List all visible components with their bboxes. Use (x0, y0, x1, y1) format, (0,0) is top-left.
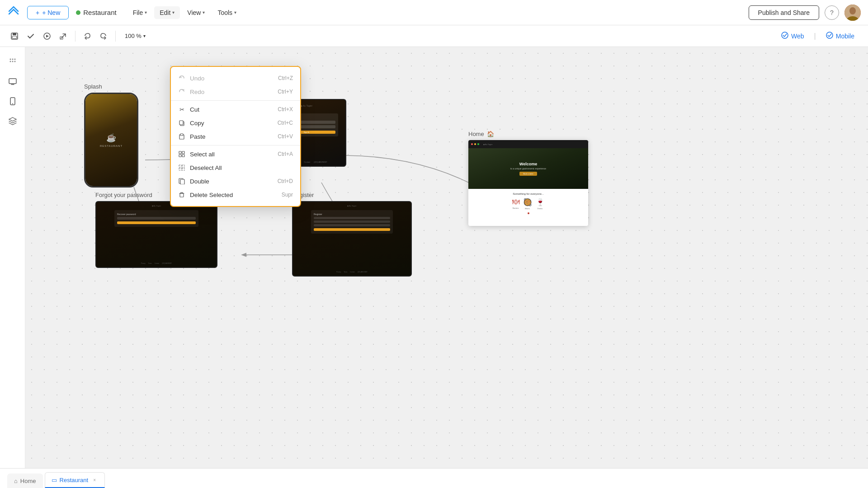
register-site-name: ◆ Au Tagier (293, 205, 411, 207)
forgot-phone: (221) ABUNDEF (162, 263, 172, 264)
publish-button-label: Publish and Share (758, 9, 810, 16)
file-menu[interactable]: File ▾ (127, 6, 153, 19)
user-avatar[interactable] (844, 5, 861, 21)
menu-item-delete-selected[interactable]: Delete Selected Supr (171, 188, 300, 202)
file-menu-arrow: ▾ (145, 10, 147, 15)
redo-label: Redo (190, 89, 204, 95)
menu-item-redo[interactable]: Redo Ctrl+Y (171, 85, 300, 99)
mains-icon: 🥘 (523, 198, 532, 206)
view-menu[interactable]: View ▾ (182, 6, 210, 19)
menu-item-paste[interactable]: Paste Ctrl+V (171, 130, 300, 143)
project-name: Restaurant (76, 9, 116, 16)
undo-icon (178, 75, 185, 82)
web-device-button[interactable]: Web (775, 29, 811, 42)
svg-rect-30 (182, 168, 184, 170)
close-dot (471, 143, 473, 145)
double-icon (178, 178, 185, 185)
svg-point-15 (14, 61, 15, 62)
menu-item-deselect-all[interactable]: Deselect All (171, 161, 300, 174)
undo-button[interactable] (80, 29, 94, 43)
hero-cta[interactable]: Book a table (519, 172, 537, 176)
sidebar-phone-icon[interactable] (4, 92, 22, 110)
register-contact: Contact (350, 271, 354, 273)
zoom-control[interactable]: 100 % ▾ (120, 31, 150, 41)
home-label: Home 🏠 (468, 131, 494, 137)
menu-section-clipboard: ✂ Cut Ctrl+X Copy Ctrl+C (171, 100, 300, 145)
logo-icon[interactable] (7, 5, 20, 20)
edit-menu-label: Edit (160, 9, 170, 16)
undo-label: Undo (190, 75, 204, 82)
hero-subtitle: to a unique gastronomic experience (510, 167, 546, 170)
forgot-submit (117, 221, 196, 224)
home-body: Something for everyone... 🍽 Starters 🥘 M… (468, 189, 588, 218)
tab-home[interactable]: ⌂ Home (7, 474, 43, 488)
save-button[interactable] (7, 29, 22, 43)
menu-item-cut[interactable]: ✂ Cut Ctrl+X (171, 103, 300, 116)
register-frame: Register ◆ Au Tagier Register Privacy Te… (292, 192, 412, 277)
register-submit (314, 228, 390, 231)
new-plus-icon: + (36, 9, 39, 16)
sidebar-layers-icon[interactable] (4, 112, 22, 130)
sidebar-grid-icon[interactable] (4, 52, 22, 70)
edit-menu[interactable]: Edit ▾ (154, 6, 180, 19)
redo-button[interactable] (96, 29, 111, 43)
forgot-screen[interactable]: ◆ Au Tagier Recover password Privacy Ter… (95, 201, 217, 268)
check-button[interactable] (24, 29, 38, 43)
canvas[interactable]: Splash ☕ RESTAURANT ◆ Au Tagier Login Si… (25, 47, 868, 468)
svg-point-13 (9, 61, 11, 62)
card-drinks: 🍷 Drinks (536, 198, 545, 210)
device-divider: | (814, 32, 816, 40)
new-button[interactable]: + + New (27, 6, 69, 19)
toolbar: 100 % ▾ Web | Mobile (0, 25, 868, 47)
svg-rect-20 (179, 121, 183, 125)
project-status-dot (76, 10, 80, 15)
home-frame: Home 🏠 ◆ Au Tagier Welcome to a unique g… (468, 131, 588, 226)
mobile-label: Mobile (836, 33, 854, 40)
menu-item-copy[interactable]: Copy Ctrl+C (171, 116, 300, 130)
splash-phone[interactable]: ☕ RESTAURANT (84, 93, 138, 188)
menu-item-double[interactable]: Double Ctrl+D (171, 174, 300, 188)
tab-close-button[interactable]: × (91, 476, 98, 483)
double-shortcut: Ctrl+D (278, 178, 293, 184)
svg-point-14 (12, 61, 13, 62)
file-menu-label: File (133, 9, 143, 16)
tab-restaurant[interactable]: ▭ Restaurant × (45, 472, 105, 488)
double-label: Double (190, 178, 209, 185)
cut-shortcut: Ctrl+X (278, 106, 293, 113)
dot-indicator (528, 212, 529, 214)
share-button[interactable] (56, 29, 71, 43)
select-all-label: Select all (190, 151, 215, 158)
svg-rect-5 (12, 36, 17, 38)
home-screen[interactable]: ◆ Au Tagier Welcome to a unique gastrono… (468, 140, 588, 226)
home-hero: Welcome to a unique gastronomic experien… (468, 148, 588, 189)
tools-menu[interactable]: Tools ▾ (212, 6, 242, 19)
menu-item-undo[interactable]: Undo Ctrl+Z (171, 71, 300, 85)
splash-label: Splash (84, 83, 102, 90)
edit-menu-arrow: ▾ (172, 10, 175, 15)
publish-button[interactable]: Publish and Share (749, 5, 819, 20)
splash-screen: ☕ RESTAURANT (85, 94, 137, 186)
deselect-all-row-left: Deselect All (178, 164, 222, 171)
mobile-device-button[interactable]: Mobile (820, 29, 861, 42)
max-dot (477, 143, 479, 145)
svg-rect-16 (9, 79, 16, 84)
paste-label: Paste (190, 133, 206, 140)
tools-menu-label: Tools (217, 9, 232, 16)
home-icon: 🏠 (487, 131, 494, 137)
section-title: Something for everyone... (472, 192, 585, 195)
paste-row-left: Paste (178, 133, 206, 140)
help-button[interactable]: ? (825, 5, 839, 20)
forgot-form-title: Recover password (117, 213, 196, 216)
forgot-footer: Privacy Terms Contact (221) ABUNDEF (96, 263, 217, 264)
redo-row-left: Redo (178, 88, 204, 95)
topbar-right: Publish and Share ? (749, 5, 861, 21)
main-menu: File ▾ Edit ▾ View ▾ Tools ▾ (127, 6, 242, 19)
register-screen[interactable]: ◆ Au Tagier Register Privacy Terms Conta… (292, 201, 412, 277)
play-button[interactable] (40, 29, 54, 43)
starters-icon: 🍽 (512, 198, 519, 206)
menu-item-select-all[interactable]: Select all Ctrl+A (171, 147, 300, 161)
sidebar-screen-icon[interactable] (4, 72, 22, 90)
paste-shortcut: Ctrl+V (278, 133, 293, 140)
forgot-label: Forgot your password (95, 192, 152, 198)
copy-shortcut: Ctrl+C (278, 120, 293, 126)
